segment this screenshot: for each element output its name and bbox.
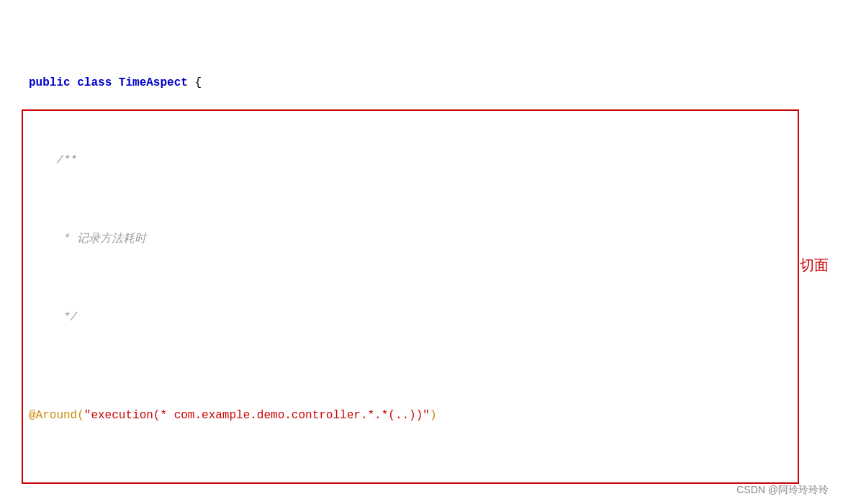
code-line-2: /** xyxy=(29,151,829,171)
code-line-4: */ xyxy=(29,308,829,328)
code-block: public class TimeAspect { /** * 记录方法耗时 *… xyxy=(29,14,829,504)
code-line-3: * 记录方法耗时 xyxy=(29,230,829,249)
code-container: public class TimeAspect { /** * 记录方法耗时 *… xyxy=(0,0,843,504)
watermark: CSDN @阿玲玲玲玲 xyxy=(736,484,829,497)
code-line-1: public class TimeAspect { xyxy=(29,73,829,93)
code-line-5: @Around("execution(* com.example.demo.co… xyxy=(29,406,829,426)
section-label: 切面 xyxy=(800,256,829,275)
